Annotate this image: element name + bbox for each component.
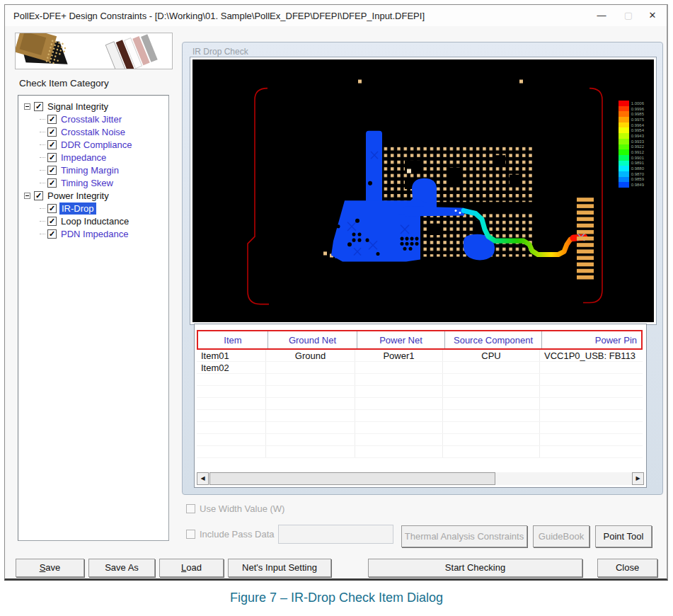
group-title: IR Drop Check: [192, 47, 248, 57]
tree-item-power-integrity[interactable]: ✓ Power Integrity: [18, 189, 168, 202]
checkbox-icon[interactable]: ✓: [47, 153, 57, 162]
legend-row: 0.9922: [619, 144, 644, 150]
legend-row: 0.9859: [619, 177, 644, 183]
use-width-label: Use Width Value (W): [200, 503, 284, 514]
legend-row: 0.9943: [619, 133, 644, 139]
checkbox-icon[interactable]: ✓: [47, 127, 57, 137]
legend-color-swatch: [619, 127, 629, 133]
column-header-item[interactable]: Item: [198, 331, 268, 348]
empty-row: [197, 422, 643, 434]
save-button[interactable]: Save: [16, 559, 84, 577]
table-body: Item01 Ground Power1 CPU VCC1P0_USB: FB1…: [197, 350, 643, 458]
scroll-right-icon[interactable]: ▶: [632, 472, 644, 485]
legend-color-swatch: [619, 101, 629, 106]
legend-color-swatch: [619, 139, 629, 144]
legend-value: 0.9933: [631, 139, 644, 144]
load-button[interactable]: Load: [159, 559, 224, 577]
pcb-ir-drop-view[interactable]: 1.00060.99960.99850.99750.99640.99540.99…: [192, 59, 654, 322]
checkbox-icon[interactable]: ✓: [47, 217, 57, 226]
legend-value: 0.9891: [631, 161, 644, 165]
use-width-checkbox[interactable]: [186, 504, 195, 513]
legend-row: 0.9901: [619, 155, 644, 161]
title-bar[interactable]: PollEx-DFE+ Design Constraints - [D:\Wor…: [5, 5, 667, 26]
collapse-icon[interactable]: [24, 193, 30, 199]
dialog-window: PollEx-DFE+ Design Constraints - [D:\Wor…: [4, 4, 668, 581]
minimize-button-icon[interactable]: —: [592, 8, 611, 23]
empty-row: [197, 374, 643, 386]
tree-item-crosstalk-jitter[interactable]: ✓ Crosstalk Jitter: [18, 113, 168, 125]
include-pass-checkbox[interactable]: [186, 530, 195, 539]
tree-connector: [40, 183, 45, 183]
point-tool-button[interactable]: Point Tool: [595, 525, 652, 547]
legend-color-swatch: [619, 182, 629, 188]
legend-value: 1.0006: [631, 101, 644, 105]
scrollbar-thumb[interactable]: [209, 472, 495, 485]
horizontal-scrollbar[interactable]: ◀ ▶: [197, 472, 644, 485]
legend-value: 0.9912: [631, 150, 644, 154]
close-button-icon[interactable]: ✕: [643, 8, 662, 23]
legend-row: 0.9985: [619, 111, 644, 117]
tree-item-timing-margin[interactable]: ✓ Timing Margin: [18, 164, 168, 176]
legend-value: 0.9943: [631, 134, 644, 138]
collapse-icon[interactable]: [24, 103, 30, 110]
legend-row: 0.9954: [619, 127, 644, 133]
checkbox-icon[interactable]: ✓: [47, 140, 57, 149]
legend-color-swatch: [619, 171, 629, 177]
page: PollEx-DFE+ Design Constraints - [D:\Wor…: [0, 0, 673, 616]
column-header-ground-net[interactable]: Ground Net: [268, 331, 357, 348]
empty-row: [197, 434, 643, 446]
ir-drop-items-table: Item Ground Net Power Net Source Compone…: [194, 324, 647, 488]
tree-item-crosstalk-noise[interactable]: ✓ Crosstalk Noise: [18, 125, 168, 138]
include-pass-label: Include Pass Data: [200, 529, 275, 540]
column-header-power-net[interactable]: Power Net: [357, 331, 444, 348]
use-width-value-checkbox-row: Use Width Value (W): [186, 503, 284, 514]
legend-row: 0.9849: [619, 182, 644, 188]
pcb-board-graphic: [192, 59, 654, 322]
maximize-button-icon[interactable]: ▢: [619, 8, 638, 23]
check-item-category-label: Check Item Category: [19, 78, 109, 89]
legend-row: 0.9996: [619, 106, 644, 112]
legend-row: 0.9870: [619, 171, 644, 177]
checkbox-icon[interactable]: ✓: [47, 229, 57, 239]
pcb-banner-image: [15, 33, 173, 69]
legend-value: 0.9975: [631, 118, 644, 122]
save-as-button[interactable]: Save As: [88, 559, 155, 577]
legend-color-swatch: [619, 122, 629, 128]
table-header-row: Item Ground Net Power Net Source Compone…: [197, 330, 643, 350]
tree-item-timing-skew[interactable]: ✓ Timing Skew: [18, 176, 168, 189]
tree-item-ir-drop[interactable]: ✓ IR-Drop: [18, 202, 168, 215]
legend-row: 0.9964: [619, 122, 644, 128]
checkbox-icon[interactable]: ✓: [47, 166, 57, 175]
tree-item-pdn-impedance[interactable]: ✓ PDN Impedance: [18, 227, 168, 240]
table-row[interactable]: Item02: [197, 362, 643, 374]
start-checking-button[interactable]: Start Checking: [368, 559, 582, 577]
legend-value: 0.9964: [631, 123, 644, 127]
column-header-power-pin[interactable]: Power Pin: [541, 331, 640, 348]
legend-value: 0.9985: [631, 112, 644, 116]
nets-input-setting-button[interactable]: Net's Input Setting: [228, 559, 331, 577]
column-header-source-component[interactable]: Source Component: [444, 331, 541, 348]
legend-value: 0.9954: [631, 128, 644, 132]
legend-color-swatch: [619, 177, 629, 183]
tree-connector: [40, 208, 45, 209]
tree-item-loop-inductance[interactable]: ✓ Loop Inductance: [18, 215, 168, 227]
pass-data-input[interactable]: [278, 525, 393, 544]
legend-value: 0.9901: [631, 156, 644, 160]
tree-item-ddr-compliance[interactable]: ✓ DDR Compliance: [18, 138, 168, 151]
checkbox-icon[interactable]: ✓: [47, 115, 57, 124]
tree-item-impedance[interactable]: ✓ Impedance: [18, 151, 168, 164]
checkbox-icon[interactable]: ✓: [34, 191, 43, 200]
thermal-analysis-constraints-button[interactable]: Thermal Analysis Constraints: [401, 525, 527, 547]
close-dialog-button[interactable]: Close: [597, 559, 657, 577]
guidebook-button[interactable]: GuideBook: [533, 525, 589, 547]
checkbox-icon[interactable]: ✓: [47, 204, 57, 213]
legend-value: 0.9849: [631, 183, 644, 187]
empty-row: [197, 446, 643, 458]
scroll-left-icon[interactable]: ◀: [197, 472, 209, 485]
checkbox-icon[interactable]: ✓: [47, 178, 57, 188]
checkbox-icon[interactable]: ✓: [34, 102, 43, 111]
table-row[interactable]: Item01 Ground Power1 CPU VCC1P0_USB: FB1…: [197, 350, 643, 362]
legend-color-swatch: [619, 155, 629, 161]
legend-row: 0.9880: [619, 166, 644, 171]
tree-item-signal-integrity[interactable]: ✓ Signal Integrity: [18, 100, 168, 113]
